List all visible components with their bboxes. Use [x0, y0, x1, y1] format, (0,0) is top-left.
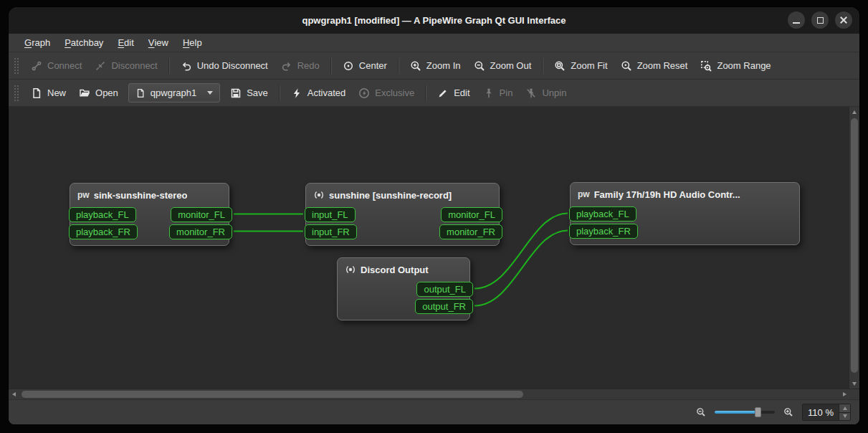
undo-disconnect-label: Undo Disconnect	[197, 60, 268, 71]
horizontal-scroll-track[interactable]	[19, 389, 839, 399]
connections-layer	[9, 107, 849, 389]
zoom-slider-handle[interactable]	[755, 407, 761, 417]
minimize-icon	[793, 22, 800, 24]
close-button[interactable]	[835, 11, 852, 29]
new-file-icon	[31, 87, 42, 99]
unpin-button[interactable]: Unpin	[519, 84, 573, 103]
menu-help-label-rest: elp	[189, 37, 201, 48]
redo-icon	[281, 60, 292, 72]
port-output-fl[interactable]: output_FL	[416, 282, 473, 297]
toolbar-main: Connect Disconnect Undo Disconnect Redo …	[9, 52, 859, 80]
port-monitor-fr[interactable]: monitor_FR	[439, 224, 502, 239]
toolbar-separator	[542, 58, 543, 74]
node-family-hd-audio[interactable]: pw Family 17h/19h HD Audio Contr... play…	[570, 182, 800, 245]
zoom-in-icon[interactable]	[783, 407, 793, 417]
port-monitor-fl[interactable]: monitor_FL	[441, 207, 502, 222]
toolbar-drag-handle[interactable]	[14, 85, 19, 101]
edit-button[interactable]: Edit	[431, 84, 476, 103]
open-button[interactable]: Open	[72, 84, 125, 103]
scroll-down-button[interactable]	[849, 379, 859, 389]
zoom-reset-label: Zoom Reset	[637, 60, 688, 71]
port-playback-fl[interactable]: playback_FL	[69, 207, 136, 222]
port-playback-fr[interactable]: playback_FR	[69, 224, 138, 239]
node-title: Discord Output	[361, 265, 429, 275]
disconnect-button[interactable]: Disconnect	[88, 57, 163, 75]
menu-patchbay[interactable]: Patchbay	[57, 34, 110, 52]
exclusive-toggle[interactable]: Exclusive	[352, 84, 421, 103]
unpin-icon	[525, 87, 537, 99]
new-label: New	[47, 87, 66, 98]
zoom-reset-button[interactable]: Zoom Reset	[614, 57, 695, 75]
horizontal-scroll-thumb[interactable]	[22, 391, 523, 398]
pin-icon	[483, 87, 495, 99]
arrow-down-icon	[852, 382, 857, 386]
minimize-button[interactable]	[788, 11, 805, 29]
edit-label: Edit	[454, 87, 469, 98]
node-discord-output[interactable]: Discord Output output_FL output_FR	[337, 257, 470, 320]
zoom-range-icon	[700, 60, 712, 72]
vertical-scrollbar[interactable]	[849, 107, 859, 389]
menu-graph[interactable]: Graph	[17, 34, 57, 52]
window-controls	[788, 11, 852, 29]
exclusive-label: Exclusive	[375, 87, 414, 98]
unpin-label: Unpin	[542, 87, 566, 98]
center-button[interactable]: Center	[336, 57, 394, 75]
horizontal-scrollbar[interactable]	[9, 389, 849, 399]
zoom-in-button[interactable]: Zoom In	[404, 57, 467, 75]
new-button[interactable]: New	[24, 84, 72, 103]
zoom-fit-button[interactable]: Zoom Fit	[548, 57, 614, 75]
maximize-icon	[817, 17, 824, 24]
port-playback-fr[interactable]: playback_FR	[569, 224, 638, 239]
undo-disconnect-button[interactable]: Undo Disconnect	[174, 57, 275, 75]
zoom-range-button[interactable]: Zoom Range	[694, 57, 777, 75]
port-input-fr[interactable]: input_FR	[305, 224, 357, 239]
zoom-slider[interactable]	[715, 406, 775, 418]
port-monitor-fr[interactable]: monitor_FR	[169, 224, 232, 239]
connect-icon	[31, 60, 42, 72]
graph-canvas[interactable]: pw sink-sunshine-stereo playback_FL play…	[9, 107, 849, 389]
menu-edit[interactable]: Edit	[110, 34, 140, 52]
exclusive-icon	[358, 87, 370, 99]
pencil-icon	[437, 87, 449, 99]
zoom-spin-arrows	[839, 404, 850, 420]
chevron-down-icon	[207, 91, 213, 95]
port-playback-fl[interactable]: playback_FL	[569, 206, 636, 222]
zoom-spin-down-button[interactable]	[839, 412, 850, 421]
zoom-value: 110 %	[803, 404, 839, 420]
zoom-in-label: Zoom In	[426, 60, 461, 71]
menu-help[interactable]: Help	[176, 34, 209, 52]
toolbar-drag-handle[interactable]	[14, 58, 19, 74]
port-monitor-fl[interactable]: monitor_FL	[171, 207, 232, 222]
activated-toggle[interactable]: Activated	[285, 84, 352, 103]
zoom-out-icon[interactable]	[696, 407, 706, 417]
node-sunshine-record[interactable]: sunshine [sunshine-record] input_FL inpu…	[305, 183, 500, 246]
menu-edit-label: E	[118, 37, 124, 48]
menu-view[interactable]: View	[141, 34, 176, 52]
node-title: Family 17h/19h HD Audio Contr...	[594, 189, 740, 200]
patchbay-combo[interactable]: qpwgraph1	[128, 83, 220, 103]
toolbar-patchbay: New Open qpwgraph1 Save Activated Exclus…	[9, 80, 859, 107]
redo-button[interactable]: Redo	[275, 57, 326, 75]
node-sink-sunshine-stereo[interactable]: pw sink-sunshine-stereo playback_FL play…	[70, 183, 229, 246]
zoom-in-icon	[410, 60, 421, 72]
vertical-scroll-thumb[interactable]	[851, 118, 858, 373]
port-input-fl[interactable]: input_FL	[305, 207, 356, 222]
close-icon	[839, 16, 848, 24]
app-window: qpwgraph1 [modified] — A PipeWire Graph …	[9, 7, 859, 424]
menubar: Graph Patchbay Edit View Help	[9, 34, 859, 52]
vertical-scroll-track[interactable]	[849, 117, 859, 379]
titlebar[interactable]: qpwgraph1 [modified] — A PipeWire Graph …	[9, 7, 859, 34]
connect-button[interactable]: Connect	[24, 57, 88, 75]
port-output-fr[interactable]: output_FR	[415, 299, 473, 314]
scroll-left-button[interactable]	[9, 389, 19, 399]
zoom-spinbox[interactable]: 110 %	[802, 404, 851, 421]
toolbar-separator	[425, 85, 426, 101]
scroll-up-button[interactable]	[849, 107, 859, 117]
zoom-out-button[interactable]: Zoom Out	[467, 57, 538, 75]
zoom-fit-icon	[554, 60, 566, 72]
pin-button[interactable]: Pin	[477, 84, 520, 103]
scroll-right-button[interactable]	[839, 389, 849, 399]
zoom-spin-up-button[interactable]	[839, 404, 850, 412]
maximize-button[interactable]	[811, 11, 829, 29]
save-button[interactable]: Save	[224, 84, 275, 103]
